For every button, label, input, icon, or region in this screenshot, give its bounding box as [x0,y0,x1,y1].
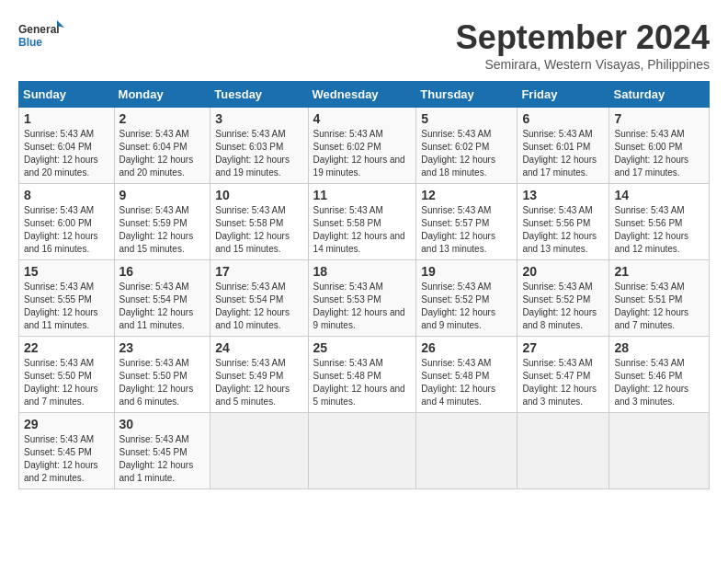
table-row [210,413,308,489]
table-row: 11 Sunrise: 5:43 AM Sunset: 5:58 PM Dayl… [308,184,416,260]
day-number: 13 [522,188,604,202]
day-info: Sunrise: 5:43 AM Sunset: 5:52 PM Dayligh… [421,281,512,332]
calendar-header-row: Sunday Monday Tuesday Wednesday Thursday… [19,82,710,108]
day-info: Sunrise: 5:43 AM Sunset: 5:58 PM Dayligh… [313,204,412,256]
table-row: 6 Sunrise: 5:43 AM Sunset: 6:01 PM Dayli… [518,108,609,184]
day-number: 15 [24,264,109,279]
calendar-week-row: 1 Sunrise: 5:43 AM Sunset: 6:04 PM Dayli… [19,108,710,184]
table-row: 5 Sunrise: 5:43 AM Sunset: 6:02 PM Dayli… [416,108,518,184]
table-row: 18 Sunrise: 5:43 AM Sunset: 5:53 PM Dayl… [308,260,416,337]
table-row: 1 Sunrise: 5:43 AM Sunset: 6:04 PM Dayli… [19,108,115,184]
day-info: Sunrise: 5:43 AM Sunset: 5:54 PM Dayligh… [215,281,302,332]
header-tuesday: Tuesday [210,82,308,108]
calendar-week-row: 29 Sunrise: 5:43 AM Sunset: 5:45 PM Dayl… [19,413,710,489]
day-number: 20 [522,264,604,279]
day-info: Sunrise: 5:43 AM Sunset: 5:58 PM Dayligh… [215,204,302,256]
day-info: Sunrise: 5:43 AM Sunset: 5:49 PM Dayligh… [215,357,302,408]
day-info: Sunrise: 5:43 AM Sunset: 5:50 PM Dayligh… [24,357,109,408]
day-info: Sunrise: 5:43 AM Sunset: 5:57 PM Dayligh… [421,204,512,256]
day-info: Sunrise: 5:43 AM Sunset: 6:02 PM Dayligh… [421,128,512,179]
day-info: Sunrise: 5:43 AM Sunset: 5:48 PM Dayligh… [421,357,512,408]
day-number: 5 [421,111,512,126]
day-number: 2 [119,111,206,126]
table-row: 25 Sunrise: 5:43 AM Sunset: 5:48 PM Dayl… [308,337,416,413]
location-subtitle: Semirara, Western Visayas, Philippines [456,57,710,72]
day-number: 29 [24,417,109,431]
table-row: 16 Sunrise: 5:43 AM Sunset: 5:54 PM Dayl… [114,260,210,337]
day-number: 14 [614,188,704,202]
day-number: 26 [421,340,512,355]
table-row: 2 Sunrise: 5:43 AM Sunset: 6:04 PM Dayli… [114,108,210,184]
table-row: 19 Sunrise: 5:43 AM Sunset: 5:52 PM Dayl… [416,260,518,337]
table-row: 8 Sunrise: 5:43 AM Sunset: 6:00 PM Dayli… [19,184,115,260]
day-info: Sunrise: 5:43 AM Sunset: 5:50 PM Dayligh… [119,357,206,408]
table-row: 15 Sunrise: 5:43 AM Sunset: 5:55 PM Dayl… [19,260,115,337]
day-info: Sunrise: 5:43 AM Sunset: 5:48 PM Dayligh… [313,357,412,408]
day-number: 11 [313,188,412,202]
day-info: Sunrise: 5:43 AM Sunset: 5:45 PM Dayligh… [24,433,109,485]
table-row [518,413,609,489]
day-number: 19 [421,264,512,279]
day-number: 6 [522,111,604,126]
table-row [609,413,710,489]
table-row: 28 Sunrise: 5:43 AM Sunset: 5:46 PM Dayl… [609,337,710,413]
day-info: Sunrise: 5:43 AM Sunset: 6:04 PM Dayligh… [24,128,109,179]
month-title: September 2024 [456,18,710,57]
day-info: Sunrise: 5:43 AM Sunset: 5:46 PM Dayligh… [614,357,704,408]
day-number: 4 [313,111,412,126]
day-number: 22 [24,340,109,355]
calendar-week-row: 15 Sunrise: 5:43 AM Sunset: 5:55 PM Dayl… [19,260,710,337]
table-row: 22 Sunrise: 5:43 AM Sunset: 5:50 PM Dayl… [19,337,115,413]
day-number: 1 [24,111,109,126]
day-info: Sunrise: 5:43 AM Sunset: 6:02 PM Dayligh… [313,128,412,179]
header-monday: Monday [114,82,210,108]
svg-text:General: General [18,23,60,36]
title-section: September 2024 Semirara, Western Visayas… [456,18,710,72]
day-number: 23 [119,340,206,355]
table-row: 9 Sunrise: 5:43 AM Sunset: 5:59 PM Dayli… [114,184,210,260]
header-wednesday: Wednesday [308,82,416,108]
header-friday: Friday [518,82,609,108]
day-info: Sunrise: 5:43 AM Sunset: 5:52 PM Dayligh… [522,281,604,332]
table-row [416,413,518,489]
day-info: Sunrise: 5:43 AM Sunset: 5:53 PM Dayligh… [313,281,412,332]
day-info: Sunrise: 5:43 AM Sunset: 5:45 PM Dayligh… [119,433,206,485]
day-number: 21 [614,264,704,279]
table-row: 26 Sunrise: 5:43 AM Sunset: 5:48 PM Dayl… [416,337,518,413]
day-info: Sunrise: 5:43 AM Sunset: 5:56 PM Dayligh… [522,204,604,256]
day-number: 24 [215,340,302,355]
table-row: 10 Sunrise: 5:43 AM Sunset: 5:58 PM Dayl… [210,184,308,260]
day-info: Sunrise: 5:43 AM Sunset: 5:47 PM Dayligh… [522,357,604,408]
calendar-week-row: 22 Sunrise: 5:43 AM Sunset: 5:50 PM Dayl… [19,337,710,413]
day-number: 7 [614,111,704,126]
day-info: Sunrise: 5:43 AM Sunset: 5:56 PM Dayligh… [614,204,704,256]
day-info: Sunrise: 5:43 AM Sunset: 6:00 PM Dayligh… [614,128,704,179]
day-info: Sunrise: 5:43 AM Sunset: 6:03 PM Dayligh… [215,128,302,179]
table-row: 17 Sunrise: 5:43 AM Sunset: 5:54 PM Dayl… [210,260,308,337]
day-info: Sunrise: 5:43 AM Sunset: 5:55 PM Dayligh… [24,281,109,332]
header-saturday: Saturday [609,82,710,108]
day-number: 10 [215,188,302,202]
day-number: 30 [119,417,206,431]
table-row: 27 Sunrise: 5:43 AM Sunset: 5:47 PM Dayl… [518,337,609,413]
calendar-table: Sunday Monday Tuesday Wednesday Thursday… [18,81,710,489]
calendar-week-row: 8 Sunrise: 5:43 AM Sunset: 6:00 PM Dayli… [19,184,710,260]
table-row: 14 Sunrise: 5:43 AM Sunset: 5:56 PM Dayl… [609,184,710,260]
svg-text:Blue: Blue [18,36,42,49]
logo: General Blue [18,18,64,55]
day-number: 17 [215,264,302,279]
header-sunday: Sunday [19,82,115,108]
day-number: 27 [522,340,604,355]
day-info: Sunrise: 5:43 AM Sunset: 6:04 PM Dayligh… [119,128,206,179]
day-info: Sunrise: 5:43 AM Sunset: 6:01 PM Dayligh… [522,128,604,179]
day-number: 8 [24,188,109,202]
table-row: 3 Sunrise: 5:43 AM Sunset: 6:03 PM Dayli… [210,108,308,184]
header-thursday: Thursday [416,82,518,108]
table-row: 21 Sunrise: 5:43 AM Sunset: 5:51 PM Dayl… [609,260,710,337]
day-number: 18 [313,264,412,279]
logo-icon: General Blue [18,18,64,55]
table-row: 4 Sunrise: 5:43 AM Sunset: 6:02 PM Dayli… [308,108,416,184]
table-row: 29 Sunrise: 5:43 AM Sunset: 5:45 PM Dayl… [19,413,115,489]
table-row: 30 Sunrise: 5:43 AM Sunset: 5:45 PM Dayl… [114,413,210,489]
day-number: 16 [119,264,206,279]
